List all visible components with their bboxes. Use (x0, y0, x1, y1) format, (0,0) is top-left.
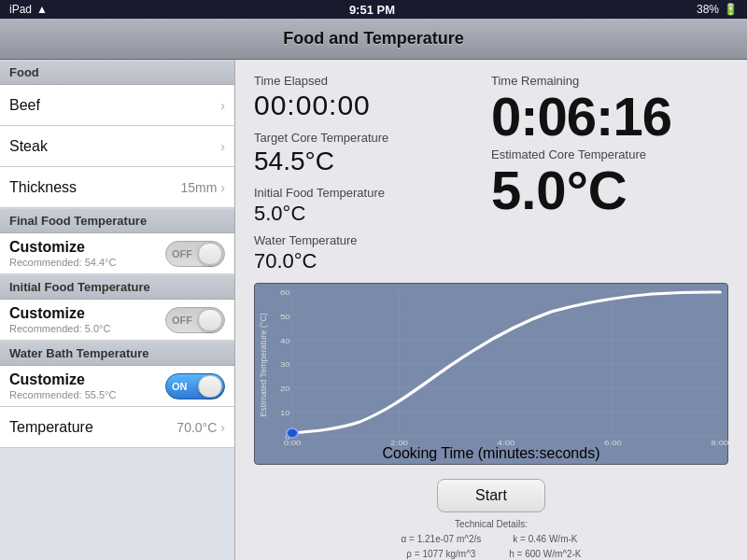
tech-col2: k = 0.46 W/m-K h = 600 W/m^2-K (509, 532, 581, 560)
right-panel: Time Elapsed 00:00:00 Target Core Temper… (235, 60, 747, 560)
temperature-chevron: › (220, 420, 225, 435)
main-content: Food Beef › Steak › Thickness 15mm › Fin… (0, 60, 747, 560)
temperature-label: Temperature (9, 419, 93, 436)
water-temp-row: Water Temperature 70.0°C (254, 233, 491, 273)
svg-text:10: 10 (280, 409, 290, 417)
initial-food-info-value: 5.0°C (254, 202, 491, 226)
tech-details: Technical Details: α = 1.21e-07 m^2/s ρ … (254, 517, 728, 560)
initial-food-temp-left: Customize Recommended: 5.0°C (9, 305, 110, 334)
water-bath-temp-label: Customize (9, 371, 116, 388)
initial-food-temp-top: Customize Recommended: 5.0°C OFF (9, 305, 225, 334)
time-elapsed-section: Time Elapsed 00:00:00 (254, 74, 491, 121)
status-bar: iPad ▲ 9:51 PM 38% 🔋 (0, 0, 747, 19)
y-axis-label: Estimated Temperature (°C) (259, 313, 268, 416)
final-food-temp-sub: Recommended: 54.4°C (9, 257, 116, 268)
est-core-section: Estimated Core Temperature 5.0°C (491, 147, 728, 217)
final-food-temp-toggle-label: OFF (172, 248, 192, 259)
svg-text:50: 50 (280, 313, 290, 321)
water-bath-temp-left: Customize Recommended: 55.5°C (9, 371, 116, 400)
initial-food-info-label: Initial Food Temperature (254, 186, 491, 200)
time-elapsed-value: 00:00:00 (254, 90, 491, 121)
carrier-label: iPad (9, 3, 32, 16)
water-bath-temp-item: Customize Recommended: 55.5°C ON (0, 366, 234, 407)
time-remaining-value: 0:06:16 (491, 90, 728, 144)
thickness-label: Thickness (9, 179, 77, 196)
beef-label: Beef (9, 97, 40, 114)
page-title: Food and Temperature (283, 29, 464, 49)
start-button-row: Start (254, 479, 728, 512)
y-axis-label-container: Estimated Temperature (°C) (257, 284, 270, 445)
temperature-value: 70.0°C › (176, 420, 225, 435)
final-food-temp-label: Customize (9, 239, 116, 256)
water-bath-temp-toggle-knob (198, 375, 222, 398)
right-top-left: Time Elapsed 00:00:00 Target Core Temper… (254, 74, 491, 273)
final-food-temp-toggle-knob (198, 243, 222, 265)
steak-chevron: › (220, 139, 225, 154)
svg-point-24 (287, 428, 298, 438)
final-food-temp-toggle[interactable]: OFF (165, 241, 225, 267)
time-remaining-section: Time Remaining 0:06:16 (491, 74, 728, 144)
sidebar: Food Beef › Steak › Thickness 15mm › Fin… (0, 60, 235, 560)
water-bath-temp-header: Water Bath Temperature (0, 341, 234, 366)
tech-details-header: Technical Details: (254, 517, 728, 532)
svg-text:20: 20 (280, 385, 290, 393)
right-top: Time Elapsed 00:00:00 Target Core Temper… (254, 74, 728, 273)
time-elapsed-label: Time Elapsed (254, 74, 491, 88)
target-core-label: Target Core Temperature (254, 131, 491, 145)
initial-food-temp-toggle-label: OFF (172, 315, 192, 326)
initial-food-temp-toggle[interactable]: OFF (165, 307, 225, 333)
target-core-value: 54.5°C (254, 147, 491, 176)
battery-label: 38% (697, 3, 719, 16)
right-top-right: Time Remaining 0:06:16 Estimated Core Te… (491, 74, 728, 273)
tech-rho: ρ = 1077 kg/m^3 (401, 547, 481, 560)
svg-text:40: 40 (280, 336, 290, 344)
final-food-temp-top: Customize Recommended: 54.4°C OFF (9, 239, 225, 268)
final-food-temp-header: Final Food Temperature (0, 208, 234, 233)
svg-text:30: 30 (280, 360, 290, 369)
x-axis-label: Cooking Time (minutes:seconds) (255, 445, 727, 462)
thickness-chevron: › (220, 180, 225, 195)
water-temp-value: 70.0°C (254, 249, 491, 273)
food-section-header: Food (0, 60, 234, 85)
tech-k: k = 0.46 W/m-K (509, 532, 581, 547)
tech-details-grid: α = 1.21e-07 m^2/s ρ = 1077 kg/m^3 Cp = … (254, 532, 728, 560)
sidebar-item-beef[interactable]: Beef › (0, 85, 234, 126)
thickness-value-text: 15mm (180, 180, 217, 195)
tech-col1: α = 1.21e-07 m^2/s ρ = 1077 kg/m^3 Cp = … (401, 532, 481, 560)
est-core-value: 5.0°C (491, 163, 728, 217)
status-left: iPad ▲ (9, 3, 48, 16)
initial-food-temp-item: Customize Recommended: 5.0°C OFF (0, 300, 234, 341)
final-food-temp-item: Customize Recommended: 54.4°C OFF (0, 233, 234, 274)
target-core-section: Target Core Temperature 54.5°C (254, 131, 491, 176)
beef-chevron: › (220, 98, 225, 113)
start-button[interactable]: Start (437, 479, 545, 512)
sidebar-item-steak[interactable]: Steak › (0, 126, 234, 167)
status-time: 9:51 PM (349, 3, 395, 17)
water-bath-temp-sub: Recommended: 55.5°C (9, 389, 116, 400)
sidebar-item-temperature[interactable]: Temperature 70.0°C › (0, 407, 234, 448)
nav-bar: Food and Temperature (0, 19, 747, 60)
initial-food-temp-label: Customize (9, 305, 110, 322)
chart-container: 60 50 40 30 20 10 0 0:00 2:00 4:00 6:00 … (254, 283, 728, 465)
water-temp-label: Water Temperature (254, 233, 491, 247)
steak-label: Steak (9, 138, 48, 155)
initial-food-temp-toggle-knob (198, 309, 222, 331)
initial-food-temp-header: Initial Food Temperature (0, 274, 234, 300)
water-bath-temp-top: Customize Recommended: 55.5°C ON (9, 371, 225, 400)
water-bath-temp-toggle-label: ON (172, 381, 188, 392)
tech-h: h = 600 W/m^2-K (509, 547, 581, 560)
battery-icon: 🔋 (724, 3, 738, 16)
thickness-value: 15mm › (180, 180, 225, 195)
initial-food-temp-sub: Recommended: 5.0°C (9, 323, 110, 334)
status-right: 38% 🔋 (697, 3, 738, 16)
temperature-value-text: 70.0°C (176, 420, 217, 435)
water-bath-temp-toggle[interactable]: ON (165, 373, 225, 399)
info-row: Initial Food Temperature 5.0°C (254, 186, 491, 226)
wifi-icon: ▲ (36, 3, 48, 16)
tech-alpha: α = 1.21e-07 m^2/s (401, 532, 481, 547)
final-food-temp-left: Customize Recommended: 54.4°C (9, 239, 116, 268)
chart-svg: 60 50 40 30 20 10 0 0:00 2:00 4:00 6:00 … (292, 291, 720, 436)
svg-text:60: 60 (280, 288, 290, 297)
sidebar-item-thickness[interactable]: Thickness 15mm › (0, 167, 234, 208)
